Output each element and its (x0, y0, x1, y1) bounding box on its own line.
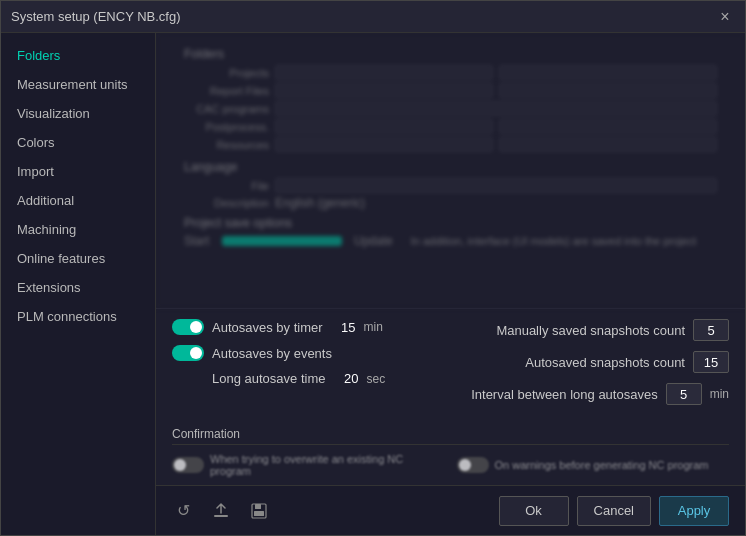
sidebar-item-import[interactable]: Import (1, 157, 155, 186)
description-label: Description (184, 197, 269, 209)
manual-snapshots-row: Manually saved snapshots count 5 (461, 319, 730, 341)
resources-path (275, 137, 493, 152)
confirmation-row: When trying to overwrite an existing NC … (172, 453, 729, 477)
sidebar-item-colors[interactable]: Colors (1, 128, 155, 157)
sidebar-item-extensions[interactable]: Extensions (1, 273, 155, 302)
long-autosave-label: Long autosave time (212, 371, 325, 386)
main-panel: Folders Projects Report Files CAC progra… (156, 33, 745, 535)
confirmation-section: Confirmation When trying to overwrite an… (156, 423, 745, 485)
autosaves-timer-label: Autosaves by timer (212, 320, 323, 335)
svg-rect-0 (214, 515, 228, 517)
sidebar-item-machining[interactable]: Machining (1, 215, 155, 244)
confirmation-title: Confirmation (172, 427, 729, 445)
export-icon[interactable] (210, 500, 232, 522)
sidebar-item-online-features[interactable]: Online features (1, 244, 155, 273)
autosaves-events-row: Autosaves by events (172, 345, 441, 361)
resources-path2 (499, 137, 717, 152)
interval-unit: min (710, 387, 729, 401)
file-path (275, 178, 717, 193)
right-settings: Manually saved snapshots count 5 Autosav… (461, 319, 730, 415)
autosave-settings: Autosaves by timer 15 min Autosaves by e… (156, 308, 745, 423)
description-value: English (generic) (275, 196, 365, 210)
interval-label: Interval between long autosaves (471, 387, 657, 402)
content-area: FoldersMeasurement unitsVisualizationCol… (1, 33, 745, 535)
autosaved-snapshots-value[interactable]: 15 (693, 351, 729, 373)
folders-content: Folders Projects Report Files CAC progra… (156, 33, 745, 308)
cac-label: CAC programs (184, 103, 269, 115)
proj-info-text: In addition, interface (UI models) are s… (411, 235, 717, 247)
conf-toggle-1[interactable] (172, 457, 204, 473)
projects-label: Projects (184, 67, 269, 79)
sidebar-item-folders[interactable]: Folders (1, 41, 155, 70)
conf-toggle-2[interactable] (457, 457, 489, 473)
svg-rect-3 (254, 511, 264, 516)
svg-rect-2 (255, 504, 261, 509)
cancel-button[interactable]: Cancel (577, 496, 651, 526)
manual-snapshots-label: Manually saved snapshots count (496, 323, 685, 338)
window-title: System setup (ENCY NB.cfg) (11, 9, 181, 24)
footer: ↺ (156, 485, 745, 535)
left-settings: Autosaves by timer 15 min Autosaves by e… (172, 319, 441, 415)
conf-text-2: On warnings before generating NC program (495, 459, 709, 471)
close-button[interactable]: × (715, 7, 735, 27)
autosaves-timer-unit: min (364, 320, 383, 334)
postprocess-path2 (499, 119, 717, 134)
autosaved-snapshots-label: Autosaved snapshots count (525, 355, 685, 370)
postprocess-path (275, 119, 493, 134)
projects-path (275, 65, 493, 80)
folders-title: Folders (184, 47, 717, 61)
conf-item-2: On warnings before generating NC program (457, 457, 730, 473)
resources-label: Resources (184, 139, 269, 151)
autosaved-snapshots-row: Autosaved snapshots count 15 (461, 351, 730, 373)
sidebar-item-visualization[interactable]: Visualization (1, 99, 155, 128)
cac-path (275, 101, 717, 116)
postprocess-label: Postprocess. (184, 121, 269, 133)
proj-save-title: Project save options (184, 216, 717, 230)
settings-grid: Autosaves by timer 15 min Autosaves by e… (172, 319, 729, 415)
interval-row: Interval between long autosaves 5 min (461, 383, 730, 405)
footer-icons: ↺ (172, 500, 270, 522)
system-setup-window: System setup (ENCY NB.cfg) × FoldersMeas… (0, 0, 746, 536)
progress-bar (222, 236, 342, 246)
apply-button[interactable]: Apply (659, 496, 729, 526)
autosaves-events-toggle[interactable] (172, 345, 204, 361)
conf-item-1: When trying to overwrite an existing NC … (172, 453, 445, 477)
autosaves-timer-value: 15 (331, 320, 356, 335)
autosaves-events-label: Autosaves by events (212, 346, 332, 361)
conf-text-1: When trying to overwrite an existing NC … (210, 453, 445, 477)
report-path2 (499, 83, 717, 98)
sidebar-item-plm-connections[interactable]: PLM connections (1, 302, 155, 331)
footer-buttons: Ok Cancel Apply (499, 496, 729, 526)
ok-button[interactable]: Ok (499, 496, 569, 526)
file-label: File (184, 180, 269, 192)
sidebar: FoldersMeasurement unitsVisualizationCol… (1, 33, 156, 535)
long-autosave-value: 20 (333, 371, 358, 386)
proj-save-row: Start Update In addition, interface (UI … (184, 234, 717, 248)
autosaves-timer-row: Autosaves by timer 15 min (172, 319, 441, 335)
reset-icon[interactable]: ↺ (172, 500, 194, 522)
language-title: Language (184, 160, 717, 174)
start-label: Start (184, 234, 214, 248)
report-label: Report Files (184, 85, 269, 97)
long-autosave-unit: sec (366, 372, 385, 386)
long-autosave-row: Long autosave time 20 sec (172, 371, 441, 386)
titlebar: System setup (ENCY NB.cfg) × (1, 1, 745, 33)
report-path (275, 83, 493, 98)
update-label: Update (354, 234, 393, 248)
sidebar-item-measurement-units[interactable]: Measurement units (1, 70, 155, 99)
autosaves-timer-toggle[interactable] (172, 319, 204, 335)
manual-snapshots-value[interactable]: 5 (693, 319, 729, 341)
interval-value[interactable]: 5 (666, 383, 702, 405)
sidebar-item-additional[interactable]: Additional (1, 186, 155, 215)
save-icon[interactable] (248, 500, 270, 522)
projects-path2 (499, 65, 717, 80)
